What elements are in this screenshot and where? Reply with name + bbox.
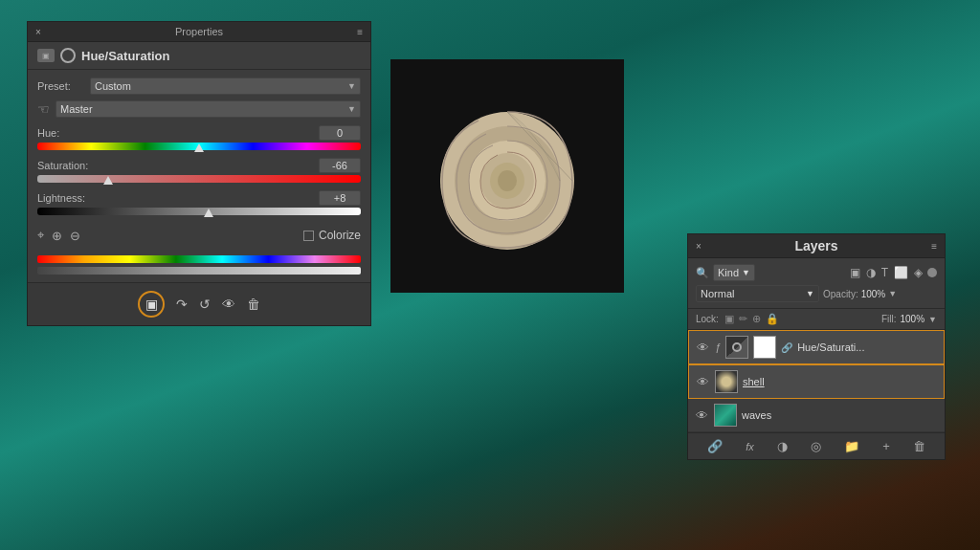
fill-label: Fill: — [881, 314, 897, 324]
opacity-label: Opacity: — [823, 289, 858, 299]
smart-filter-icon[interactable]: ◈ — [913, 265, 924, 280]
layer-item-shell[interactable]: 👁 shell — [688, 364, 945, 399]
lock-all-icon[interactable]: 🔒 — [766, 313, 779, 325]
finger-tool-icon[interactable]: ☜ — [37, 101, 50, 117]
layer-thumb-waves — [714, 404, 737, 427]
properties-header-title: Hue/Saturation — [81, 49, 169, 63]
lock-position-icon[interactable]: ✏ — [739, 313, 747, 325]
properties-header: ▣ Hue/Saturation — [28, 42, 370, 70]
new-adjustment-button[interactable]: ▣ — [138, 291, 165, 318]
visibility-button[interactable]: 👁 — [222, 297, 235, 312]
gray-bar — [37, 267, 361, 275]
layers-menu-icon[interactable]: ≡ — [931, 241, 937, 252]
search-icon: 🔍 — [696, 267, 709, 279]
lightness-label: Lightness: — [37, 192, 85, 204]
hue-label-row: Hue: — [37, 125, 361, 141]
lock-icons: ▣ ✏ ⊕ 🔒 — [724, 313, 779, 325]
delete-button[interactable]: 🗑 — [247, 297, 260, 312]
properties-menu-icon[interactable]: ≡ — [357, 27, 363, 37]
preset-dropdown[interactable]: Custom ▼ — [90, 77, 361, 95]
opacity-arrow: ▼ — [888, 289, 897, 298]
lightness-value-input[interactable] — [319, 190, 361, 206]
master-value: Master — [60, 103, 93, 115]
fill-mask-icon[interactable]: ◑ — [777, 439, 788, 453]
layer-visibility-eye-waves[interactable]: 👁 — [696, 408, 709, 423]
saturation-thumb[interactable] — [103, 176, 113, 185]
delete-layer-icon[interactable]: 🗑 — [913, 439, 925, 453]
saturation-slider-row: Saturation: — [37, 158, 361, 183]
eyedropper-tools: ⌖ ⊕ ⊖ — [37, 228, 80, 243]
type-filter-icon[interactable]: T — [880, 265, 889, 280]
properties-title: Properties — [175, 26, 223, 37]
layer-fx-icon[interactable]: ƒ — [715, 341, 721, 353]
fill-value[interactable]: 100% — [901, 314, 925, 324]
lightness-thumb[interactable] — [204, 209, 213, 217]
shell-image-box — [390, 59, 624, 293]
hue-value-input[interactable] — [319, 125, 361, 141]
preset-value: Custom — [95, 80, 131, 92]
filter-icons: ▣ ◑ T ⬜ ◈ — [759, 265, 937, 280]
rainbow-bar — [37, 255, 361, 263]
saturation-track[interactable] — [37, 175, 361, 183]
shape-filter-icon[interactable]: ⬜ — [893, 265, 909, 280]
fill-row: Fill: 100% ▼ — [881, 314, 937, 324]
properties-close-button[interactable]: × — [35, 27, 41, 37]
layer-mask-link-icon[interactable]: 🔗 — [781, 342, 792, 353]
colorize-label: Colorize — [319, 229, 361, 242]
layers-title: Layers — [794, 238, 837, 253]
lock-label: Lock: — [696, 314, 719, 324]
layer-visibility-eye[interactable]: 👁 — [697, 341, 710, 355]
circle-icon — [60, 48, 76, 63]
eyedropper-icon[interactable]: ⌖ — [37, 228, 44, 243]
lock-artboards-icon[interactable]: ⊕ — [752, 313, 761, 325]
preset-row: Preset: Custom ▼ — [37, 77, 361, 95]
opacity-value[interactable]: 100% — [861, 289, 886, 299]
layer-item-waves[interactable]: 👁 waves — [688, 399, 945, 432]
undo-button[interactable]: ↺ — [199, 297, 211, 312]
filter-toggle[interactable] — [927, 268, 937, 277]
smart-object-icon[interactable]: ◎ — [811, 439, 821, 453]
properties-header-left: ▣ Hue/Saturation — [37, 48, 169, 63]
shell-image — [421, 90, 593, 262]
colorize-checkbox[interactable] — [303, 231, 314, 241]
lightness-track[interactable] — [37, 208, 361, 215]
master-dropdown[interactable]: Master ▼ — [56, 100, 361, 118]
preset-arrow-icon: ▼ — [347, 81, 356, 91]
blend-mode-arrow: ▼ — [806, 289, 814, 298]
link-layers-icon[interactable]: 🔗 — [707, 439, 723, 453]
lock-row: Lock: ▣ ✏ ⊕ 🔒 Fill: 100% ▼ — [688, 309, 945, 330]
blend-mode-dropdown[interactable]: Normal ▼ — [696, 285, 819, 302]
layer-name-waves: waves — [742, 409, 937, 421]
color-bars — [37, 255, 361, 275]
properties-panel: × Properties ≡ ▣ Hue/Saturation Preset: … — [27, 21, 371, 326]
hue-track[interactable] — [37, 143, 361, 150]
lightness-slider-row: Lightness: — [37, 190, 361, 215]
eyedropper-plus-icon[interactable]: ⊕ — [52, 229, 62, 243]
adjustment-filter-icon[interactable]: ◑ — [865, 265, 877, 280]
kind-filter-dropdown[interactable]: Kind ▼ — [713, 264, 755, 281]
layers-close-button[interactable]: × — [696, 241, 702, 252]
hue-thumb[interactable] — [194, 143, 204, 152]
apply-button[interactable]: ↷ — [176, 297, 188, 312]
svg-point-5 — [498, 170, 517, 191]
layer-item-hue-saturation[interactable]: 👁 ƒ 🔗 Hue/Saturati... — [688, 330, 945, 364]
new-layer-icon[interactable]: + — [882, 439, 890, 453]
blend-mode-value: Normal — [701, 288, 734, 299]
master-arrow-icon: ▼ — [347, 104, 356, 114]
layers-header: 🔍 Kind ▼ ▣ ◑ T ⬜ ◈ Normal ▼ Opacity: 100… — [688, 258, 945, 309]
group-layers-icon[interactable]: 📁 — [844, 439, 859, 453]
layer-thumb-hue — [725, 336, 748, 359]
opacity-row: Opacity: 100% ▼ — [823, 289, 937, 299]
colorize-row: Colorize — [303, 229, 361, 242]
lock-pixels-icon[interactable]: ▣ — [724, 313, 734, 325]
layers-footer: 🔗 fx ◑ ◎ 📁 + 🗑 — [688, 432, 945, 459]
layer-thumb-shell — [715, 370, 738, 393]
pixel-filter-icon[interactable]: ▣ — [849, 265, 861, 280]
layer-name-hue-saturation: Hue/Saturati... — [797, 341, 936, 353]
eyedropper-minus-icon[interactable]: ⊖ — [70, 229, 80, 243]
saturation-label-row: Saturation: — [37, 158, 361, 173]
layer-visibility-eye-shell[interactable]: 👁 — [697, 375, 710, 389]
saturation-value-input[interactable] — [319, 158, 361, 173]
layer-effects-icon[interactable]: fx — [746, 441, 754, 452]
blend-row: Normal ▼ Opacity: 100% ▼ — [696, 285, 937, 302]
